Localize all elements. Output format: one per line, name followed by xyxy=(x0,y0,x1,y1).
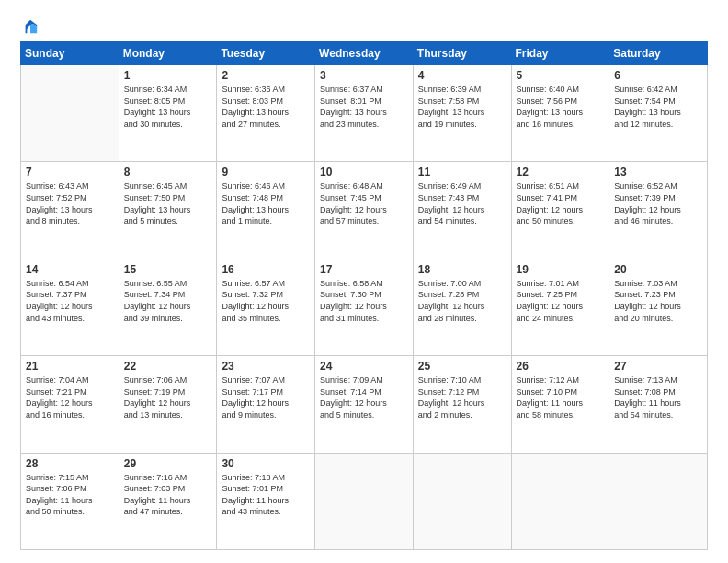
day-number: 17 xyxy=(320,263,408,276)
cell-content: Sunrise: 6:43 AMSunset: 7:52 PMDaylight:… xyxy=(26,180,114,226)
day-number: 23 xyxy=(222,360,310,373)
day-number: 1 xyxy=(124,69,212,82)
day-number: 3 xyxy=(320,69,408,82)
cell-content: Sunrise: 6:58 AMSunset: 7:30 PMDaylight:… xyxy=(320,278,408,324)
day-number: 24 xyxy=(320,360,408,373)
calendar-cell: 24Sunrise: 7:09 AMSunset: 7:14 PMDayligh… xyxy=(315,356,414,453)
day-number: 10 xyxy=(320,166,408,178)
day-number: 27 xyxy=(614,360,702,373)
day-number: 5 xyxy=(517,69,605,82)
calendar-cell: 22Sunrise: 7:06 AMSunset: 7:19 PMDayligh… xyxy=(119,356,217,453)
day-number: 12 xyxy=(517,166,605,178)
cell-content: Sunrise: 7:00 AMSunset: 7:28 PMDaylight:… xyxy=(418,278,506,324)
logo xyxy=(20,17,39,36)
calendar-cell: 11Sunrise: 6:49 AMSunset: 7:43 PMDayligh… xyxy=(413,162,511,259)
calendar-cell xyxy=(413,453,511,549)
day-number: 11 xyxy=(418,166,506,178)
calendar-cell: 29Sunrise: 7:16 AMSunset: 7:03 PMDayligh… xyxy=(119,453,217,549)
calendar-cell: 17Sunrise: 6:58 AMSunset: 7:30 PMDayligh… xyxy=(315,259,414,355)
day-number: 15 xyxy=(124,263,212,276)
cell-content: Sunrise: 7:10 AMSunset: 7:12 PMDaylight:… xyxy=(418,374,506,420)
calendar-cell: 8Sunrise: 6:45 AMSunset: 7:50 PMDaylight… xyxy=(119,162,217,259)
calendar-cell: 30Sunrise: 7:18 AMSunset: 7:01 PMDayligh… xyxy=(217,453,315,549)
calendar-cell: 3Sunrise: 6:37 AMSunset: 8:01 PMDaylight… xyxy=(315,65,414,162)
cell-content: Sunrise: 7:04 AMSunset: 7:21 PMDaylight:… xyxy=(26,374,114,420)
calendar-cell: 25Sunrise: 7:10 AMSunset: 7:12 PMDayligh… xyxy=(413,356,511,453)
day-number: 13 xyxy=(614,166,702,178)
day-number: 16 xyxy=(222,263,310,276)
calendar-cell: 19Sunrise: 7:01 AMSunset: 7:25 PMDayligh… xyxy=(511,259,609,355)
calendar-cell xyxy=(21,65,119,162)
calendar-table: SundayMondayTuesdayWednesdayThursdayFrid… xyxy=(20,41,708,550)
calendar-cell: 4Sunrise: 6:39 AMSunset: 7:58 PMDaylight… xyxy=(413,65,511,162)
day-number: 20 xyxy=(614,263,702,276)
day-number: 28 xyxy=(26,457,114,470)
calendar-cell: 15Sunrise: 6:55 AMSunset: 7:34 PMDayligh… xyxy=(119,259,217,355)
cell-content: Sunrise: 6:55 AMSunset: 7:34 PMDaylight:… xyxy=(124,278,212,324)
day-number: 8 xyxy=(124,166,212,178)
cell-content: Sunrise: 6:34 AMSunset: 8:05 PMDaylight:… xyxy=(124,84,212,130)
day-number: 19 xyxy=(517,263,605,276)
header xyxy=(20,17,708,36)
calendar-cell: 21Sunrise: 7:04 AMSunset: 7:21 PMDayligh… xyxy=(21,356,119,453)
cell-content: Sunrise: 7:03 AMSunset: 7:23 PMDaylight:… xyxy=(614,278,702,324)
calendar-cell: 5Sunrise: 6:40 AMSunset: 7:56 PMDaylight… xyxy=(511,65,609,162)
calendar-cell xyxy=(511,453,609,549)
cell-content: Sunrise: 6:49 AMSunset: 7:43 PMDaylight:… xyxy=(418,180,506,226)
cell-content: Sunrise: 6:36 AMSunset: 8:03 PMDaylight:… xyxy=(222,84,310,130)
calendar-cell xyxy=(315,453,414,549)
day-header: Thursday xyxy=(413,42,511,65)
cell-content: Sunrise: 6:40 AMSunset: 7:56 PMDaylight:… xyxy=(517,84,605,130)
cell-content: Sunrise: 7:18 AMSunset: 7:01 PMDaylight:… xyxy=(222,472,310,518)
cell-content: Sunrise: 6:45 AMSunset: 7:50 PMDaylight:… xyxy=(124,180,212,226)
day-number: 6 xyxy=(614,69,702,82)
calendar-cell: 2Sunrise: 6:36 AMSunset: 8:03 PMDaylight… xyxy=(217,65,315,162)
day-number: 4 xyxy=(418,69,506,82)
calendar-cell: 26Sunrise: 7:12 AMSunset: 7:10 PMDayligh… xyxy=(511,356,609,453)
calendar-cell: 6Sunrise: 6:42 AMSunset: 7:54 PMDaylight… xyxy=(609,65,708,162)
calendar-cell: 7Sunrise: 6:43 AMSunset: 7:52 PMDaylight… xyxy=(21,162,119,259)
day-header: Tuesday xyxy=(217,42,315,65)
day-header: Monday xyxy=(119,42,217,65)
day-header: Saturday xyxy=(609,42,708,65)
calendar-header-row: SundayMondayTuesdayWednesdayThursdayFrid… xyxy=(21,42,708,65)
calendar-week-row: 28Sunrise: 7:15 AMSunset: 7:06 PMDayligh… xyxy=(21,453,708,549)
day-number: 2 xyxy=(222,69,310,82)
day-number: 7 xyxy=(26,166,114,178)
cell-content: Sunrise: 6:48 AMSunset: 7:45 PMDaylight:… xyxy=(320,180,408,226)
day-header: Friday xyxy=(511,42,609,65)
cell-content: Sunrise: 6:57 AMSunset: 7:32 PMDaylight:… xyxy=(222,278,310,324)
calendar-cell: 1Sunrise: 6:34 AMSunset: 8:05 PMDaylight… xyxy=(119,65,217,162)
calendar-week-row: 1Sunrise: 6:34 AMSunset: 8:05 PMDaylight… xyxy=(21,65,708,162)
calendar-cell: 18Sunrise: 7:00 AMSunset: 7:28 PMDayligh… xyxy=(413,259,511,355)
calendar-cell: 16Sunrise: 6:57 AMSunset: 7:32 PMDayligh… xyxy=(217,259,315,355)
day-number: 22 xyxy=(124,360,212,373)
day-number: 9 xyxy=(222,166,310,178)
cell-content: Sunrise: 6:52 AMSunset: 7:39 PMDaylight:… xyxy=(614,180,702,226)
calendar-cell: 27Sunrise: 7:13 AMSunset: 7:08 PMDayligh… xyxy=(609,356,708,453)
cell-content: Sunrise: 7:06 AMSunset: 7:19 PMDaylight:… xyxy=(124,374,212,420)
calendar-week-row: 14Sunrise: 6:54 AMSunset: 7:37 PMDayligh… xyxy=(21,259,708,355)
cell-content: Sunrise: 7:09 AMSunset: 7:14 PMDaylight:… xyxy=(320,374,408,420)
cell-content: Sunrise: 6:54 AMSunset: 7:37 PMDaylight:… xyxy=(26,278,114,324)
calendar-cell: 12Sunrise: 6:51 AMSunset: 7:41 PMDayligh… xyxy=(511,162,609,259)
day-number: 30 xyxy=(222,457,310,470)
day-number: 26 xyxy=(517,360,605,373)
cell-content: Sunrise: 7:15 AMSunset: 7:06 PMDaylight:… xyxy=(26,472,114,518)
calendar-week-row: 7Sunrise: 6:43 AMSunset: 7:52 PMDaylight… xyxy=(21,162,708,259)
cell-content: Sunrise: 7:13 AMSunset: 7:08 PMDaylight:… xyxy=(614,374,702,420)
logo-text xyxy=(20,17,39,36)
logo-icon xyxy=(22,18,39,35)
day-number: 21 xyxy=(26,360,114,373)
calendar-cell: 13Sunrise: 6:52 AMSunset: 7:39 PMDayligh… xyxy=(609,162,708,259)
calendar-cell: 14Sunrise: 6:54 AMSunset: 7:37 PMDayligh… xyxy=(21,259,119,355)
cell-content: Sunrise: 6:39 AMSunset: 7:58 PMDaylight:… xyxy=(418,84,506,130)
day-number: 14 xyxy=(26,263,114,276)
calendar-cell: 28Sunrise: 7:15 AMSunset: 7:06 PMDayligh… xyxy=(21,453,119,549)
calendar-cell: 9Sunrise: 6:46 AMSunset: 7:48 PMDaylight… xyxy=(217,162,315,259)
cell-content: Sunrise: 6:46 AMSunset: 7:48 PMDaylight:… xyxy=(222,180,310,226)
day-number: 29 xyxy=(124,457,212,470)
day-number: 25 xyxy=(418,360,506,373)
calendar-week-row: 21Sunrise: 7:04 AMSunset: 7:21 PMDayligh… xyxy=(21,356,708,453)
cell-content: Sunrise: 7:01 AMSunset: 7:25 PMDaylight:… xyxy=(517,278,605,324)
